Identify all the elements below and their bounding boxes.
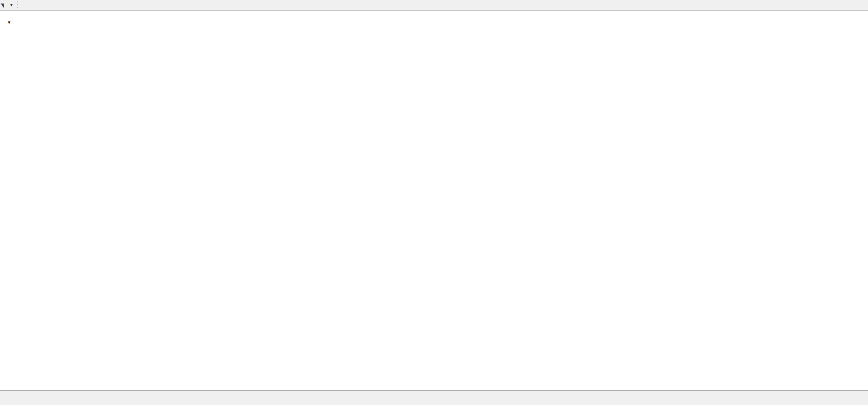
chart-symbol-dropdown-icon[interactable]: ▼ [7, 20, 11, 25]
mt4-window: { "toolbar": { "cursor_icon": "cursor-to… [0, 0, 868, 405]
chart-ohlc-header: ▼ [4, 13, 22, 25]
chart-canvas[interactable] [0, 0, 868, 405]
